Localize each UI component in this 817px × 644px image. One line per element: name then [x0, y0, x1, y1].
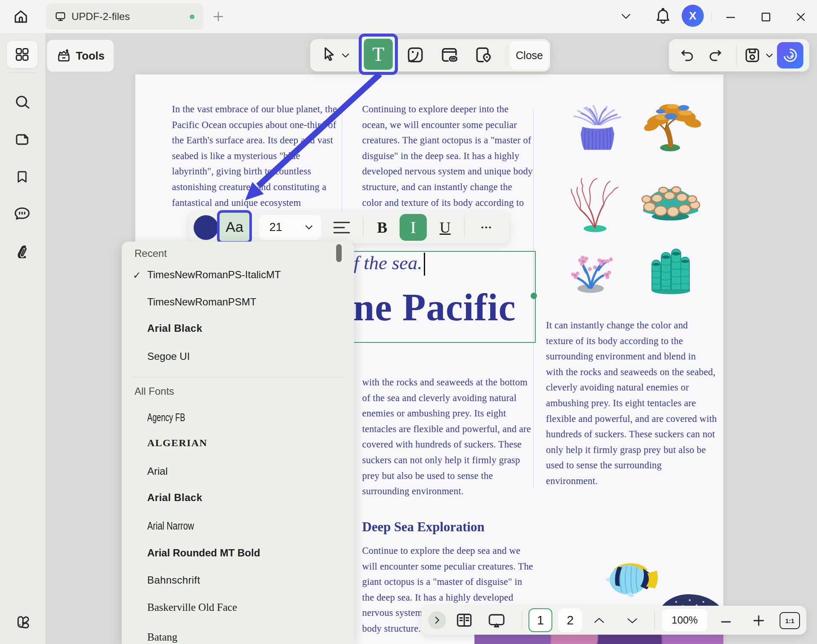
previous-page-button[interactable]	[592, 616, 606, 625]
reading-mode-button[interactable]	[455, 612, 473, 628]
textbox-line2[interactable]: ne Pacific	[353, 285, 516, 329]
redo-button[interactable]	[708, 48, 724, 63]
avatar[interactable]: X	[682, 5, 704, 27]
zoom-in-button[interactable]	[751, 613, 766, 628]
close-edit-button[interactable]: Close	[510, 41, 548, 69]
page-2-button[interactable]: 2	[558, 608, 582, 632]
actual-size-button[interactable]: 1:1	[780, 612, 800, 629]
presentation-button[interactable]	[487, 613, 506, 629]
image-tool-button[interactable]	[406, 46, 424, 64]
text-tool-button[interactable]: T	[364, 39, 393, 70]
textbox-resize-handle[interactable]	[531, 293, 537, 299]
grid-icon	[14, 47, 30, 62]
font-option-baskerville[interactable]: Baskerville Old Face	[147, 601, 237, 613]
font-option-arial-black[interactable]: Arial Black	[147, 492, 203, 504]
toolbar-separator	[736, 45, 737, 66]
bar-separator	[654, 611, 655, 630]
minimize-button[interactable]	[723, 10, 738, 25]
select-tool-button[interactable]	[321, 46, 337, 64]
doc-paragraph-col2-1: Continuing to explore deeper into the oc…	[362, 102, 533, 211]
link-tool-button[interactable]	[440, 46, 458, 64]
sidebar-item-search[interactable]	[7, 89, 37, 116]
coral-plate-image	[634, 177, 707, 225]
font-option-batang[interactable]: Batang	[147, 631, 177, 643]
font-option-recent-3[interactable]: Segoe UI	[147, 350, 190, 362]
coral-blossom-image	[563, 238, 629, 294]
format-separator	[363, 217, 363, 238]
paperclip-icon	[14, 242, 31, 258]
expand-bar-button[interactable]	[428, 611, 446, 629]
doc-paragraph-col1: In the vast embrace of our blue planet, …	[172, 102, 337, 211]
plus-icon	[751, 613, 766, 628]
ai-assistant-button[interactable]	[777, 42, 803, 68]
select-tool-dropdown[interactable]	[341, 52, 350, 59]
font-option-recent-1[interactable]: TimesNewRomanPSMT	[147, 296, 257, 308]
font-option-bahnschrift[interactable]: Bahnschrift	[147, 574, 200, 586]
next-page-button[interactable]	[626, 616, 639, 625]
bell-icon	[654, 8, 671, 26]
toolbar-separator	[507, 45, 507, 66]
notifications-button[interactable]	[654, 8, 671, 26]
font-option-arial-narrow[interactable]: Arial Narrow	[147, 520, 194, 532]
font-family-button[interactable]: Aa	[217, 210, 252, 244]
text-tool-selection-highlight: T	[359, 34, 398, 75]
tools-button[interactable]: Tools	[47, 40, 114, 72]
more-format-options-button[interactable]: •••	[471, 215, 503, 240]
all-fonts-section-label: All Fonts	[134, 385, 174, 397]
minimize-icon	[723, 10, 738, 25]
sidebar-divider	[8, 72, 37, 73]
text-color-swatch[interactable]	[194, 215, 218, 240]
zoom-level-button[interactable]: 100%	[662, 609, 707, 631]
coral-fan-image	[563, 173, 629, 233]
coral-tube-image	[639, 240, 703, 295]
page-1-button[interactable]: 1	[528, 608, 552, 632]
titlebar: UPDF-2-files X	[0, 0, 817, 33]
font-option-recent-2[interactable]: Arial Black	[147, 322, 203, 334]
align-left-icon	[332, 219, 351, 236]
column-divider	[342, 108, 342, 216]
alignment-button[interactable]	[332, 219, 351, 236]
image-icon	[406, 46, 424, 64]
menu-scrollbar[interactable]	[336, 244, 342, 262]
font-option-agency-fb[interactable]: Agency FB	[147, 411, 185, 424]
undo-button[interactable]	[678, 48, 694, 63]
screen-share-icon	[487, 613, 506, 629]
sidebar-item-comments[interactable]	[7, 200, 37, 227]
save-dropdown[interactable]	[765, 53, 774, 59]
bar-separator	[522, 611, 522, 630]
underline-button[interactable]: U	[433, 215, 457, 240]
font-option-arial-rounded[interactable]: Arial Rounded MT Bold	[147, 547, 260, 559]
home-button[interactable]	[13, 9, 29, 25]
chevron-up-icon	[592, 616, 606, 625]
maximize-button[interactable]	[758, 9, 774, 25]
zoom-out-button[interactable]	[719, 615, 733, 629]
font-option-algerian[interactable]: ALGERIAN	[147, 437, 207, 449]
redo-icon	[708, 48, 724, 63]
doc-paragraph-col2-2: with the rocks and seaweeds at the botto…	[362, 375, 531, 499]
chevron-down-icon	[620, 12, 632, 21]
sidebar-item-bookmarks[interactable]	[7, 163, 37, 191]
close-window-button[interactable]	[793, 9, 808, 25]
italic-button[interactable]: I	[400, 214, 427, 241]
font-size-value: 21	[269, 215, 282, 240]
edit-toolbar: T Close	[310, 39, 550, 71]
cursor-icon	[321, 46, 337, 64]
font-option-arial[interactable]: Arial	[147, 465, 168, 477]
bold-button[interactable]: B	[370, 215, 394, 240]
font-size-select[interactable]: 21	[259, 215, 321, 240]
close-icon	[793, 9, 808, 25]
font-option-recent-0[interactable]: TimesNewRomanPS-ItalicMT	[147, 269, 281, 281]
sidebar-item-attachments[interactable]	[7, 237, 37, 264]
titlebar-separator	[711, 11, 712, 22]
sidebar-item-themes[interactable]	[7, 608, 37, 635]
sidebar-item-thumbnails[interactable]	[7, 41, 37, 68]
collapse-toolbar-button[interactable]	[620, 12, 632, 21]
textbox-line1[interactable]: f the sea.	[354, 252, 425, 276]
document-tab[interactable]: UPDF-2-files	[46, 3, 203, 30]
annotation-pin-tool-button[interactable]	[474, 46, 492, 64]
new-tab-button[interactable]	[212, 10, 225, 23]
sidebar-item-pages[interactable]	[7, 126, 37, 153]
save-button[interactable]	[744, 47, 761, 64]
maximize-icon	[758, 9, 774, 25]
chevron-right-icon	[433, 616, 441, 625]
